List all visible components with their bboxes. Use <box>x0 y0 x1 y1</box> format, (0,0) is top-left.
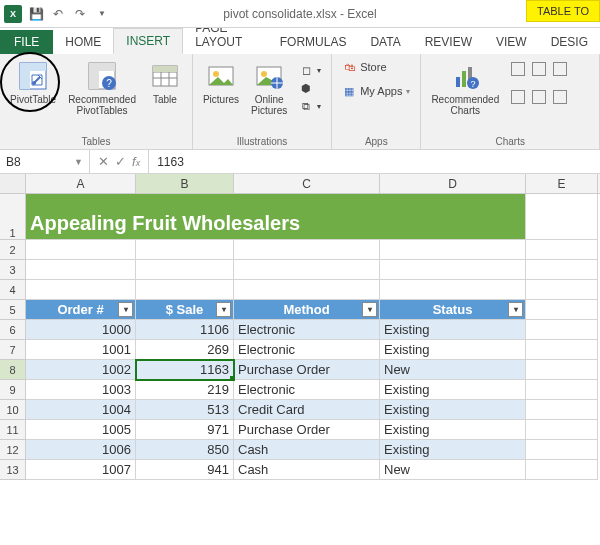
cell-sale[interactable]: 269 <box>136 340 234 360</box>
cell-sale[interactable]: 941 <box>136 460 234 480</box>
cell-sale[interactable]: 971 <box>136 420 234 440</box>
my-apps-button[interactable]: ▦ My Apps ▾ <box>342 84 410 98</box>
cell[interactable] <box>136 240 234 260</box>
recommended-charts-button[interactable]: ? Recommended Charts <box>427 58 503 118</box>
row-header[interactable]: 7 <box>0 340 26 360</box>
cell-method[interactable]: Electronic <box>234 340 380 360</box>
cell-order[interactable]: 1007 <box>26 460 136 480</box>
cell-sale[interactable]: 1106 <box>136 320 234 340</box>
cell-status[interactable]: New <box>380 360 526 380</box>
cell[interactable] <box>526 400 598 420</box>
cell-order[interactable]: 1003 <box>26 380 136 400</box>
col-header-a[interactable]: A <box>26 174 136 193</box>
cell-order[interactable]: 1002 <box>26 360 136 380</box>
cell-method[interactable]: Cash <box>234 440 380 460</box>
filter-dropdown-icon[interactable]: ▾ <box>118 302 133 317</box>
cell[interactable] <box>526 280 598 300</box>
qat-dropdown-icon[interactable]: ▼ <box>94 6 110 22</box>
tab-data[interactable]: DATA <box>358 30 412 54</box>
smartart-button[interactable]: ⬢ <box>299 81 321 95</box>
recommended-pivottables-button[interactable]: ? Recommended PivotTables <box>64 58 140 118</box>
redo-icon[interactable]: ↷ <box>72 6 88 22</box>
cell-method[interactable]: Credit Card <box>234 400 380 420</box>
screenshot-button[interactable]: ⧉▾ <box>299 99 321 113</box>
cell[interactable] <box>526 320 598 340</box>
cell-status[interactable]: Existing <box>380 320 526 340</box>
table-button[interactable]: Table <box>144 58 186 118</box>
filter-dropdown-icon[interactable]: ▾ <box>508 302 523 317</box>
online-pictures-button[interactable]: Online Pictures <box>247 58 291 118</box>
pie-chart-icon[interactable] <box>553 62 567 76</box>
row-header[interactable]: 11 <box>0 420 26 440</box>
fx-icon[interactable]: fx <box>132 154 140 169</box>
cell[interactable] <box>26 260 136 280</box>
cell-status[interactable]: Existing <box>380 440 526 460</box>
row-header[interactable]: 1 <box>0 194 26 240</box>
filter-dropdown-icon[interactable]: ▾ <box>216 302 231 317</box>
cell-method[interactable]: Electronic <box>234 320 380 340</box>
cell-sale[interactable]: 1163 <box>136 360 234 380</box>
cell[interactable] <box>526 240 598 260</box>
row-header[interactable]: 6 <box>0 320 26 340</box>
area-chart-icon[interactable] <box>532 90 546 104</box>
row-header[interactable]: 12 <box>0 440 26 460</box>
cell[interactable] <box>234 240 380 260</box>
table-header-status[interactable]: Status▾ <box>380 300 526 320</box>
pivottable-button[interactable]: PivotTable <box>6 58 60 118</box>
cell-status[interactable]: Existing <box>380 400 526 420</box>
table-header-method[interactable]: Method▾ <box>234 300 380 320</box>
cell-order[interactable]: 1000 <box>26 320 136 340</box>
undo-icon[interactable]: ↶ <box>50 6 66 22</box>
line-chart-icon[interactable] <box>532 62 546 76</box>
filter-dropdown-icon[interactable]: ▾ <box>362 302 377 317</box>
cell[interactable] <box>26 240 136 260</box>
cell[interactable] <box>26 280 136 300</box>
cell-order[interactable]: 1001 <box>26 340 136 360</box>
tab-formulas[interactable]: FORMULAS <box>268 30 359 54</box>
cell[interactable] <box>526 340 598 360</box>
scatter-chart-icon[interactable] <box>553 90 567 104</box>
row-header[interactable]: 4 <box>0 280 26 300</box>
cell-method[interactable]: Purchase Order <box>234 360 380 380</box>
row-header[interactable]: 5 <box>0 300 26 320</box>
cell-sale[interactable]: 513 <box>136 400 234 420</box>
cell[interactable] <box>136 260 234 280</box>
tab-file[interactable]: FILE <box>0 30 53 54</box>
save-icon[interactable]: 💾 <box>28 6 44 22</box>
pictures-button[interactable]: Pictures <box>199 58 243 118</box>
name-box-dropdown-icon[interactable]: ▼ <box>74 157 83 167</box>
col-header-c[interactable]: C <box>234 174 380 193</box>
tab-home[interactable]: HOME <box>53 30 113 54</box>
shapes-button[interactable]: ◻▾ <box>299 63 321 77</box>
cell[interactable] <box>380 260 526 280</box>
cell-order[interactable]: 1006 <box>26 440 136 460</box>
cell-method[interactable]: Cash <box>234 460 380 480</box>
sheet-title[interactable]: Appealing Fruit Wholesalers <box>26 194 526 240</box>
cell-method[interactable]: Purchase Order <box>234 420 380 440</box>
table-header-sale[interactable]: $ Sale▾ <box>136 300 234 320</box>
cell[interactable] <box>526 300 598 320</box>
cell-status[interactable]: Existing <box>380 380 526 400</box>
cell[interactable] <box>234 260 380 280</box>
cell[interactable] <box>526 460 598 480</box>
cancel-icon[interactable]: ✕ <box>98 154 109 169</box>
select-all-corner[interactable] <box>0 174 26 193</box>
cell[interactable] <box>526 194 598 240</box>
cell[interactable] <box>526 360 598 380</box>
cell[interactable] <box>526 440 598 460</box>
bar-chart-icon[interactable] <box>511 90 525 104</box>
store-button[interactable]: 🛍 Store <box>342 60 410 74</box>
cell[interactable] <box>526 260 598 280</box>
row-header[interactable]: 8 <box>0 360 26 380</box>
row-header[interactable]: 9 <box>0 380 26 400</box>
cell[interactable] <box>526 420 598 440</box>
row-header[interactable]: 2 <box>0 240 26 260</box>
cell-order[interactable]: 1005 <box>26 420 136 440</box>
cell-status[interactable]: Existing <box>380 420 526 440</box>
cell-sale[interactable]: 850 <box>136 440 234 460</box>
tab-insert[interactable]: INSERT <box>113 28 183 54</box>
row-header[interactable]: 3 <box>0 260 26 280</box>
cell[interactable] <box>526 380 598 400</box>
enter-icon[interactable]: ✓ <box>115 154 126 169</box>
cell[interactable] <box>136 280 234 300</box>
